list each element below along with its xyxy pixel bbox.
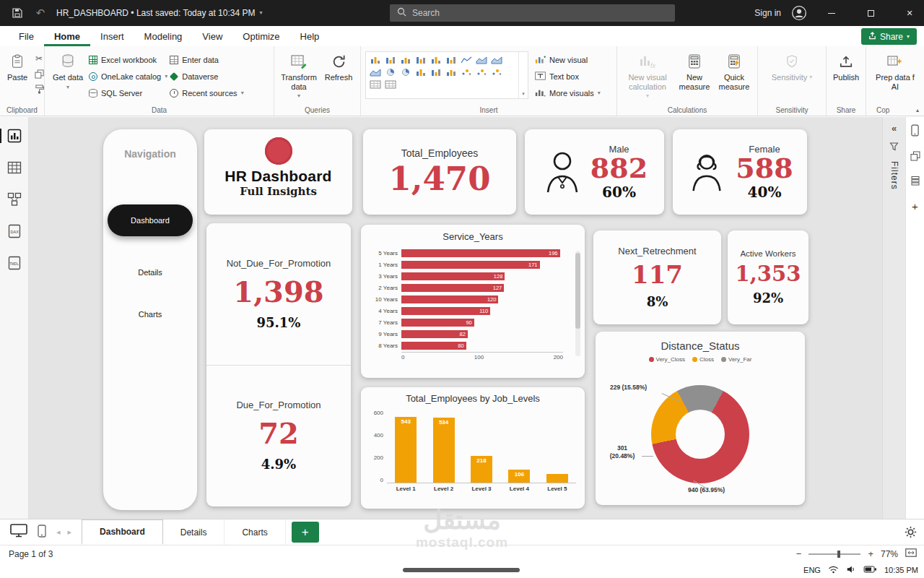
map-visual-icon[interactable] <box>489 66 503 77</box>
dataverse-button[interactable]: Dataverse <box>170 69 243 84</box>
copy-page-icon[interactable] <box>910 151 920 164</box>
funnel-visual-icon[interactable] <box>444 66 458 77</box>
donut-visual-icon[interactable] <box>398 66 412 77</box>
clustered-column-visual-icon[interactable] <box>414 54 427 65</box>
new-visual-calculation-button[interactable]: fx New visual calculation▾ <box>622 50 674 101</box>
area-visual-icon[interactable] <box>474 54 488 65</box>
maximize-button[interactable] <box>856 0 885 26</box>
waterfall-visual-icon[interactable] <box>429 66 443 77</box>
bar[interactable]: 110 <box>401 307 490 315</box>
zoom-out-button[interactable]: − <box>796 548 802 559</box>
menu-optimize[interactable]: Optimize <box>232 26 289 46</box>
share-button[interactable]: Share ▾ <box>861 28 917 45</box>
distance-status-donut-chart[interactable]: Distance_Status Very_ClossClossVery_Far … <box>596 332 805 505</box>
job-levels-chart[interactable]: Total_Employees by Job_Levels 6004002000… <box>361 387 585 509</box>
bar[interactable]: 82 <box>401 330 468 338</box>
mobile-layout-icon[interactable] <box>911 124 919 139</box>
desktop-layout-icon[interactable] <box>10 524 27 540</box>
menu-insert[interactable]: Insert <box>90 26 134 46</box>
full-stacked-column-visual-icon[interactable] <box>444 54 458 65</box>
collapse-ribbon-icon[interactable]: ▴ <box>916 107 919 113</box>
zoom-slider-handle[interactable] <box>837 551 840 558</box>
language-indicator[interactable]: ENG <box>803 566 821 574</box>
filters-pane-label[interactable]: Filters <box>889 161 899 190</box>
bar[interactable]: 171 <box>401 261 540 269</box>
ribbon-chart-visual-icon[interactable] <box>414 66 427 77</box>
minimize-button[interactable] <box>817 0 846 26</box>
quick-measure-button[interactable]: Quick measure <box>715 50 753 93</box>
phone-layout-icon[interactable] <box>38 525 46 540</box>
gallery-scroll[interactable]: ▾ <box>518 52 528 98</box>
promotion-kpi-card[interactable]: Not_Due_For_Promotion 1,398 95.1% Due_Fo… <box>206 223 351 506</box>
chevron-down-icon[interactable]: ▾ <box>259 10 262 16</box>
format-painter-icon[interactable] <box>32 83 45 95</box>
service-years-chart[interactable]: Service_Years 5 Years1961 Years1713 Year… <box>361 225 585 378</box>
account-avatar-icon[interactable] <box>791 5 807 21</box>
sign-in-button[interactable]: Sign in <box>754 8 781 18</box>
battery-icon[interactable] <box>863 566 877 574</box>
speaker-icon[interactable] <box>846 565 856 575</box>
new-page-button[interactable]: + <box>292 522 319 543</box>
recent-sources-button[interactable]: Recent sources▾ <box>170 86 243 100</box>
stacked-area-visual-icon[interactable] <box>489 54 503 65</box>
transform-data-button[interactable]: Transform data▾ <box>279 50 319 101</box>
matrix-visual-icon[interactable] <box>383 79 397 90</box>
active-workers-card[interactable]: Active Workers 1,353 92% <box>728 230 808 324</box>
new-measure-button[interactable]: New measure <box>676 50 713 93</box>
add-element-icon[interactable]: + <box>912 200 918 212</box>
menu-file[interactable]: File <box>9 26 44 46</box>
model-view-icon[interactable] <box>6 191 23 208</box>
chart-scrollbar[interactable] <box>575 251 580 356</box>
previous-page-icon[interactable]: ◂ <box>56 527 61 537</box>
table-visual-icon[interactable] <box>368 79 382 90</box>
tmdl-view-icon[interactable]: TMDL <box>6 254 23 272</box>
fit-to-page-icon[interactable] <box>905 548 917 559</box>
prep-data-for-ai-button[interactable]: Prep data f AI <box>871 50 920 93</box>
sql-server-button[interactable]: SQL Server <box>89 86 167 100</box>
onelake-button[interactable]: OneLake catalog▾ <box>89 69 167 84</box>
table-view-icon[interactable] <box>6 159 23 176</box>
expand-pane-icon[interactable]: « <box>892 123 897 134</box>
publish-button[interactable]: Publish <box>830 50 862 85</box>
next-page-icon[interactable]: ▸ <box>68 527 72 537</box>
stacked-column-visual-icon[interactable] <box>398 54 412 65</box>
full-stacked-bar-visual-icon[interactable] <box>429 54 443 65</box>
menu-modeling[interactable]: Modeling <box>134 26 193 46</box>
zoom-slider[interactable] <box>808 553 860 555</box>
new-visual-button[interactable]: New visual <box>535 53 601 67</box>
clustered-bar-visual-icon[interactable] <box>383 54 397 65</box>
get-data-button[interactable]: Get data▾ <box>49 50 87 92</box>
layers-icon[interactable] <box>910 176 920 189</box>
donut-ring[interactable] <box>651 385 749 483</box>
pie-visual-icon[interactable] <box>383 66 397 77</box>
bar[interactable]: 120 <box>401 296 498 303</box>
bar[interactable]: 534 <box>433 418 455 483</box>
stacked-bar-visual-icon[interactable] <box>368 54 382 65</box>
total-employees-card[interactable]: Total_Employees 1,470 <box>363 129 516 215</box>
line-visual-icon[interactable] <box>459 54 473 65</box>
female-kpi-card[interactable]: Female 588 40% <box>673 129 807 215</box>
bar[interactable]: 543 <box>395 417 417 483</box>
zoom-in-button[interactable]: + <box>868 548 873 559</box>
nav-item-charts[interactable]: Charts <box>103 310 197 319</box>
search-input[interactable]: Search <box>390 4 675 22</box>
page-tab-charts[interactable]: Charts <box>225 519 285 545</box>
excel-button[interactable]: Excel workbook <box>89 53 167 67</box>
undo-icon[interactable]: ↶ <box>33 6 48 20</box>
copy-icon[interactable] <box>32 68 45 79</box>
bar[interactable] <box>546 474 568 483</box>
text-box-button[interactable]: Text box <box>535 69 601 84</box>
menu-view[interactable]: View <box>192 26 232 46</box>
funnel-icon[interactable] <box>889 141 899 154</box>
bar[interactable]: 90 <box>401 319 474 327</box>
hr-dashboard-header-card[interactable]: HR Dashboard Full Insights <box>204 129 352 215</box>
paste-button[interactable]: Paste <box>4 50 30 85</box>
next-retrechment-card[interactable]: Next_Retrechment 117 8% <box>593 230 721 324</box>
nav-item-details[interactable]: Details <box>103 268 197 277</box>
enter-data-button[interactable]: Enter data <box>170 53 243 67</box>
save-icon[interactable] <box>10 6 25 20</box>
scatter-visual-icon[interactable] <box>459 66 473 77</box>
male-kpi-card[interactable]: Male 882 60% <box>525 129 664 215</box>
cut-icon[interactable]: ✂ <box>32 53 45 64</box>
bar[interactable]: 106 <box>508 470 530 483</box>
